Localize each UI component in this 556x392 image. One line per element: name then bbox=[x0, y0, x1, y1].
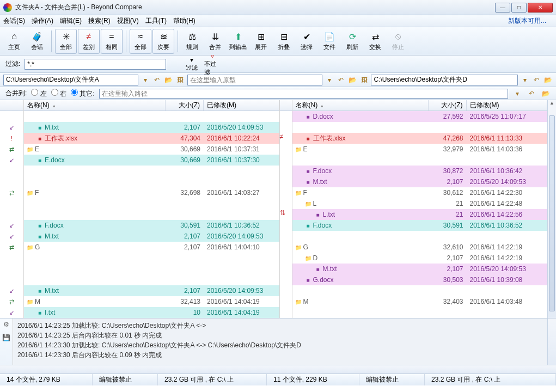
merge-path-input[interactable] bbox=[99, 89, 508, 99]
undo-icon[interactable]: ↶ bbox=[531, 75, 541, 85]
table-row[interactable] bbox=[292, 285, 548, 296]
table-row[interactable]: 📁D 2,107 2016/6/1 14:22:19 bbox=[292, 253, 548, 264]
tb-merge[interactable]: ⇊合并 bbox=[204, 29, 226, 54]
table-row[interactable]: 📁E 32,979 2016/6/1 14:03:36 bbox=[292, 144, 548, 155]
table-row[interactable]: ■F.docx 30,591 2016/6/1 10:36:52 bbox=[24, 220, 279, 231]
tb-diff[interactable]: ≠差别 bbox=[78, 29, 100, 54]
right-rows[interactable]: ■D.docx 27,592 2016/5/25 11:07:17 ■工作表.x… bbox=[292, 111, 548, 318]
maximize-button[interactable]: □ bbox=[511, 3, 527, 13]
undo-icon[interactable]: ↶ bbox=[527, 89, 536, 99]
dropdown-icon[interactable]: ▾ bbox=[325, 75, 334, 85]
table-row[interactable] bbox=[24, 264, 279, 274]
tb-all[interactable]: ✳全部 bbox=[55, 29, 77, 54]
table-row[interactable] bbox=[24, 176, 279, 187]
tb-session[interactable]: 🧳会话 bbox=[26, 29, 48, 54]
tb-home[interactable]: ⌂主页 bbox=[3, 29, 25, 54]
tb-files[interactable]: 📄文件 bbox=[319, 29, 340, 54]
menu-action[interactable]: 操作(A) bbox=[32, 16, 53, 26]
save-icon[interactable]: 💾 bbox=[2, 334, 10, 341]
table-row[interactable]: ■G.docx 30,503 2016/6/1 10:39:08 bbox=[292, 274, 548, 285]
left-path-input[interactable] bbox=[3, 75, 138, 85]
table-row[interactable]: ■F.docx 30,591 2016/6/1 10:36:52 bbox=[292, 220, 548, 231]
col-modified[interactable]: 已修改(M) bbox=[467, 100, 548, 111]
folder-open-icon[interactable]: 📂 bbox=[541, 89, 551, 99]
col-size[interactable]: 大小(Z) bbox=[166, 100, 204, 111]
tb-rules[interactable]: ⚖规则 bbox=[181, 29, 203, 54]
table-row[interactable]: ■L.txt 21 2016/6/1 14:22:56 bbox=[292, 209, 548, 220]
center-path-input[interactable] bbox=[187, 75, 322, 85]
table-row[interactable]: ■F.docx 30,872 2016/6/1 10:36:42 bbox=[292, 166, 548, 176]
table-row[interactable]: ■D.docx 27,592 2016/5/25 11:07:17 bbox=[292, 111, 548, 122]
table-row[interactable] bbox=[292, 307, 548, 318]
table-row[interactable]: ■工作表.xlsx 47,304 2016/6/1 10:22:24 bbox=[24, 133, 279, 144]
tb-minor[interactable]: ≋次要 bbox=[152, 29, 174, 54]
browse-icon[interactable]: 🖽 bbox=[359, 75, 369, 85]
col-name[interactable]: 名称(N) bbox=[24, 100, 166, 111]
filter-clear-button[interactable]: ▿不过滤 bbox=[204, 57, 221, 72]
table-row[interactable]: ■I.txt 10 2016/6/1 14:04:19 bbox=[24, 307, 279, 318]
horizontal-scrollbar[interactable] bbox=[0, 365, 556, 373]
tb-all2[interactable]: ≈全部 bbox=[130, 29, 151, 54]
table-row[interactable] bbox=[292, 122, 548, 133]
table-row[interactable]: 📁F 30,612 2016/6/1 14:22:30 bbox=[292, 187, 548, 198]
dropdown-icon[interactable]: ▾ bbox=[140, 75, 150, 85]
table-row[interactable]: 📁M 32,403 2016/6/1 14:03:48 bbox=[292, 296, 548, 307]
menu-tools[interactable]: 工具(T) bbox=[145, 16, 167, 26]
table-row[interactable]: 📁M 32,413 2016/6/1 14:04:19 bbox=[24, 296, 279, 307]
tb-swap[interactable]: ⇄交换 bbox=[364, 29, 386, 54]
browse-icon[interactable]: 🖽 bbox=[175, 75, 185, 85]
table-row[interactable]: ■M.txt 2,107 2016/5/20 14:09:53 bbox=[24, 231, 279, 242]
right-path-input[interactable] bbox=[371, 75, 518, 85]
table-row[interactable]: ■M.txt 2,107 2016/5/20 14:09:53 bbox=[24, 122, 279, 133]
table-row[interactable]: ■E.docx 30,669 2016/6/1 10:37:30 bbox=[24, 155, 279, 166]
merge-right-radio[interactable]: 右 bbox=[51, 89, 66, 99]
folder-open-icon[interactable]: 📂 bbox=[543, 75, 553, 85]
close-button[interactable]: ✕ bbox=[528, 3, 553, 13]
scrollbar-thumb[interactable] bbox=[549, 115, 555, 311]
vertical-scrollbar[interactable]: ▲ bbox=[547, 100, 556, 318]
minimize-button[interactable]: — bbox=[495, 3, 510, 13]
undo-icon[interactable]: ↶ bbox=[152, 75, 162, 85]
merge-left-radio[interactable]: 左 bbox=[31, 89, 46, 99]
menu-help[interactable]: 帮助(H) bbox=[173, 16, 195, 26]
tb-refresh[interactable]: ⟳刷新 bbox=[341, 29, 363, 54]
dropdown-icon[interactable]: ▾ bbox=[512, 89, 522, 99]
table-row[interactable]: ■M.txt 2,107 2016/5/20 14:09:53 bbox=[292, 176, 548, 187]
gear-icon[interactable]: ⚙ bbox=[3, 321, 9, 328]
folder-open-icon[interactable]: 📂 bbox=[348, 75, 357, 85]
menu-edit[interactable]: 编辑(E) bbox=[60, 16, 82, 26]
tb-tooutput[interactable]: ⬆到输出 bbox=[227, 29, 249, 54]
table-row[interactable]: 📁E 30,669 2016/6/1 10:37:31 bbox=[24, 144, 279, 155]
table-row[interactable]: 📁L 21 2016/6/1 14:22:48 bbox=[292, 198, 548, 209]
filter-apply-button[interactable]: ▾过滤 bbox=[184, 57, 200, 72]
tb-collapse[interactable]: ⊟折叠 bbox=[273, 29, 295, 54]
left-rows[interactable]: ■M.txt 2,107 2016/5/20 14:09:53 ■工作表.xls… bbox=[24, 111, 279, 318]
menu-session[interactable]: 会话(S) bbox=[3, 16, 25, 26]
col-size[interactable]: 大小(Z) bbox=[429, 100, 467, 111]
table-row[interactable] bbox=[24, 166, 279, 176]
new-version-link[interactable]: 新版本可用... bbox=[508, 16, 546, 26]
table-row[interactable]: 📁G 2,107 2016/6/1 14:04:10 bbox=[24, 242, 279, 253]
merge-other-radio[interactable]: 其它: bbox=[71, 89, 95, 99]
folder-open-icon[interactable]: 📂 bbox=[164, 75, 173, 85]
menu-view[interactable]: 视图(V) bbox=[117, 16, 139, 26]
table-row[interactable]: ■M.txt 2,107 2016/5/20 14:09:53 bbox=[24, 285, 279, 296]
col-modified[interactable]: 已修改(M) bbox=[204, 100, 279, 111]
table-row[interactable] bbox=[292, 155, 548, 166]
table-row[interactable] bbox=[24, 111, 279, 122]
tb-expand[interactable]: ⊞展开 bbox=[250, 29, 272, 54]
menu-search[interactable]: 搜索(R) bbox=[88, 16, 111, 26]
filter-input[interactable] bbox=[25, 59, 166, 70]
table-row[interactable] bbox=[24, 198, 279, 209]
tb-same[interactable]: =相同 bbox=[101, 29, 123, 54]
table-row[interactable]: ■M.txt 2,107 2016/5/20 14:09:53 bbox=[292, 264, 548, 274]
table-row[interactable]: ■工作表.xlsx 47,268 2016/6/1 11:13:33 bbox=[292, 133, 548, 144]
table-row[interactable]: 📁G 32,610 2016/6/1 14:22:19 bbox=[292, 242, 548, 253]
table-row[interactable]: 📁F 32,698 2016/6/1 14:03:27 bbox=[24, 187, 279, 198]
table-row[interactable] bbox=[24, 253, 279, 264]
tb-select[interactable]: ✔选择 bbox=[296, 29, 317, 54]
col-name[interactable]: 名称(N) bbox=[292, 100, 429, 111]
table-row[interactable] bbox=[24, 209, 279, 220]
dropdown-icon[interactable]: ▾ bbox=[520, 75, 529, 85]
undo-icon[interactable]: ↶ bbox=[337, 75, 346, 85]
